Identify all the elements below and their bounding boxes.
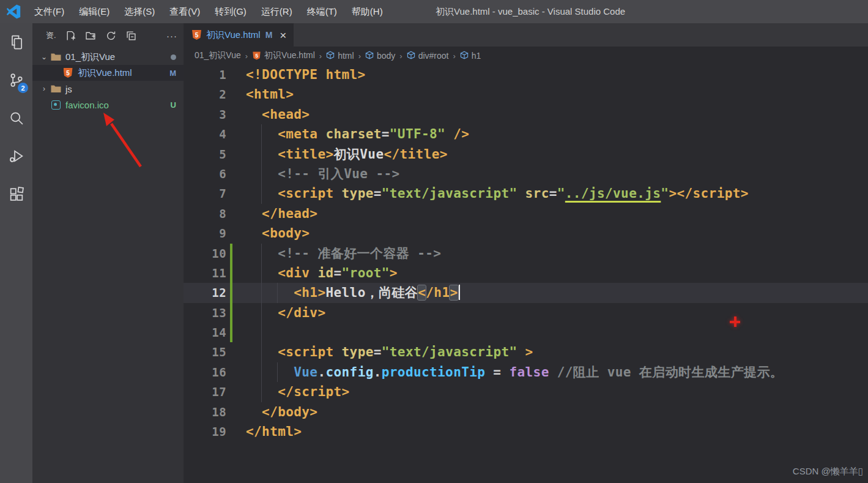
menu-item[interactable]: 编辑(E) <box>73 4 116 20</box>
refresh-explorer-icon[interactable] <box>106 30 117 41</box>
line-number: 19 <box>184 422 226 441</box>
code-line-13[interactable]: 13 </div> <box>184 303 868 323</box>
code-line-11[interactable]: 11 <div id="root"> <box>184 263 868 283</box>
git-status-badge: M <box>169 69 176 78</box>
run-debug-icon[interactable] <box>0 137 32 175</box>
code-line-4[interactable]: 4 <meta charset="UTF-8" /> <box>184 124 868 144</box>
indent-guide <box>277 283 278 302</box>
code-token: ></script> <box>669 186 748 201</box>
code-token: = <box>374 186 382 201</box>
tab-chushivue-html[interactable]: 5 初识Vue.html M × <box>184 23 294 47</box>
menu-bar: 文件(F)编辑(E)选择(S)查看(V)转到(G)运行(R)终端(T)帮助(H) <box>28 4 389 20</box>
line-content: <title>初识Vue</title> <box>246 144 448 164</box>
breadcrumb-item[interactable]: 01_初识Vue <box>195 50 241 61</box>
menu-item[interactable]: 帮助(H) <box>346 4 389 20</box>
more-actions-icon[interactable]: ··· <box>166 31 177 41</box>
line-number: 1 <box>184 65 226 84</box>
code-token: </head> <box>262 206 317 221</box>
tab-modified-badge: M <box>265 30 273 40</box>
breadcrumb-label: h1 <box>472 51 481 61</box>
close-tab-icon[interactable]: × <box>280 29 286 41</box>
code-token: > <box>450 285 458 300</box>
explorer-header: 资. ··· <box>32 23 184 48</box>
code-line-8[interactable]: 8 </head> <box>184 204 868 223</box>
breadcrumb-item[interactable]: 5初识Vue.html <box>252 50 315 61</box>
code-token: "text/javascript" <box>382 345 517 359</box>
line-number: 3 <box>184 105 226 124</box>
code-line-18[interactable]: 18 </body> <box>184 402 868 422</box>
code-token: Hello，尚硅谷 <box>325 285 418 300</box>
breadcrumb-item[interactable]: div#root <box>407 51 449 61</box>
tree-item-01_初识Vue[interactable]: ⌄01_初识Vue <box>32 49 184 65</box>
menu-item[interactable]: 转到(G) <box>209 4 253 20</box>
new-folder-icon[interactable] <box>86 30 97 41</box>
breadcrumb-separator: › <box>399 51 402 61</box>
code-token <box>445 127 453 141</box>
tab-bar: 5 初识Vue.html M × <box>184 23 868 47</box>
code-token: <script <box>278 186 333 201</box>
tree-item-label: favicon.ico <box>65 100 109 110</box>
menu-item[interactable]: 文件(F) <box>28 4 70 20</box>
code-line-10[interactable]: 10 <!-- 准备好一个容器 --> <box>184 244 868 263</box>
code-line-17[interactable]: 17 </script> <box>184 382 868 402</box>
html5-file-icon: 5 <box>192 30 201 40</box>
menu-item[interactable]: 查看(V) <box>163 4 206 20</box>
modified-dot-badge <box>171 54 176 60</box>
folder-icon <box>51 53 61 61</box>
code-line-9[interactable]: 9 <body> <box>184 223 868 243</box>
code-line-19[interactable]: 19</html> <box>184 422 868 441</box>
breadcrumb-item[interactable]: h1 <box>460 51 481 61</box>
code-token <box>517 345 525 359</box>
collapse-folders-icon[interactable] <box>126 30 137 41</box>
git-added-gutter-bar <box>230 323 232 342</box>
line-number: 9 <box>184 223 226 243</box>
code-line-15[interactable]: 15 <script type="text/javascript" > <box>184 342 868 362</box>
code-line-6[interactable]: 6 <!-- 引入Vue --> <box>184 164 868 184</box>
code-line-2[interactable]: 2<html> <box>184 84 868 104</box>
code-line-16[interactable]: 16 Vue.config.productionTip = false //阻止… <box>184 362 868 382</box>
breadcrumb-label: 01_初识Vue <box>195 50 241 61</box>
code-line-1[interactable]: 1<!DOCTYPE html> <box>184 65 868 84</box>
tree-item-js[interactable]: ›js <box>32 81 184 97</box>
code-token: = <box>334 266 342 280</box>
code-token: type <box>342 345 374 359</box>
window-title: 初识Vue.html - vue_basic - Visual Studio C… <box>436 0 625 23</box>
code-line-3[interactable]: 3 <head> <box>184 105 868 124</box>
line-content: <body> <box>246 223 310 243</box>
code-token: "UTF-8" <box>390 127 445 141</box>
line-content: <!-- 准备好一个容器 --> <box>246 244 441 263</box>
indent-guide <box>261 144 262 164</box>
code-token: <!-- 引入Vue --> <box>278 167 399 181</box>
code-line-7[interactable]: 7 <script type="text/javascript" src="..… <box>184 184 868 203</box>
code-token: "text/javascript" <box>382 186 517 201</box>
extensions-icon[interactable] <box>0 175 32 213</box>
code-token: type <box>342 186 374 201</box>
new-file-icon[interactable] <box>65 30 76 41</box>
menu-item[interactable]: 终端(T) <box>301 4 343 20</box>
tree-item-初识Vue.html[interactable]: 5初识Vue.htmlM <box>32 65 184 81</box>
code-token <box>246 107 262 122</box>
line-content: </head> <box>246 204 317 223</box>
line-content: <script type="text/javascript" src="../j… <box>246 184 749 203</box>
explorer-icon[interactable] <box>0 23 32 61</box>
menu-item[interactable]: 运行(R) <box>255 4 299 20</box>
file-tree: ⌄01_初识Vue5初识Vue.htmlM›jsfavicon.icoU <box>32 49 184 113</box>
search-icon[interactable] <box>0 99 32 137</box>
code-line-14[interactable]: 14 <box>184 323 868 342</box>
breadcrumb-separator: › <box>319 51 322 61</box>
scm-badge: 2 <box>18 83 28 93</box>
line-content: </html> <box>246 422 302 441</box>
source-control-icon[interactable]: 2 <box>0 61 32 99</box>
menu-item[interactable]: 选择(S) <box>118 4 161 20</box>
explorer-title: 资. <box>46 30 56 41</box>
breadcrumb-item[interactable]: body <box>365 51 395 61</box>
line-number: 7 <box>184 184 226 203</box>
code-line-5[interactable]: 5 <title>初识Vue</title> <box>184 144 868 164</box>
breadcrumb-item[interactable]: html <box>326 51 354 61</box>
tree-item-favicon.ico[interactable]: favicon.icoU <box>32 97 184 113</box>
code-token: config <box>325 365 373 380</box>
code-line-12[interactable]: 12 <h1>Hello，尚硅谷</h1> <box>184 283 868 302</box>
indent-guide <box>261 184 262 203</box>
code-token: ../js/vue.js <box>565 186 661 201</box>
code-token: <html> <box>246 87 294 102</box>
